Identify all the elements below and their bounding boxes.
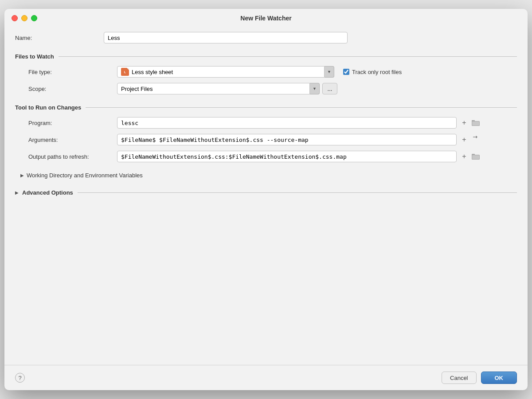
ok-button[interactable]: OK	[481, 372, 517, 384]
track-only-root-label: Track only root files	[352, 69, 402, 75]
files-to-watch-section: File type: L Less style sheet ▼ Track on…	[15, 66, 517, 94]
arguments-action-icons: + ↗	[459, 135, 481, 145]
add-program-icon[interactable]: +	[459, 118, 469, 128]
advanced-expand-icon: ▶	[15, 190, 19, 195]
output-paths-label: Output paths to refresh:	[28, 153, 117, 160]
scope-dropdown[interactable]: Project Files	[117, 83, 310, 94]
bottom-bar: ? Cancel OK	[4, 365, 528, 390]
expand-arguments-icon[interactable]: ↗	[469, 133, 482, 146]
program-row: Program: +	[28, 117, 517, 129]
output-paths-input[interactable]	[117, 151, 457, 162]
svg-rect-2	[472, 121, 479, 125]
add-output-path-icon[interactable]: +	[459, 152, 469, 161]
dialog-title: New File Watcher	[240, 15, 291, 22]
working-directory-label: Working Directory and Environment Variab…	[27, 172, 143, 179]
svg-rect-5	[472, 155, 479, 159]
tool-to-run-section: Program: +	[15, 117, 517, 162]
scope-value: Project Files	[121, 86, 306, 92]
traffic-lights	[12, 15, 37, 21]
scope-chevron[interactable]: ▼	[310, 83, 320, 94]
add-argument-icon[interactable]: +	[459, 135, 469, 145]
program-action-icons: +	[459, 118, 481, 128]
advanced-options-header: ▶ Advanced Options	[15, 189, 517, 196]
output-paths-action-icons: +	[459, 152, 481, 161]
track-only-root-checkbox[interactable]	[343, 69, 349, 75]
section-divider-2	[86, 107, 517, 108]
expand-triangle-icon: ▶	[20, 173, 24, 178]
output-paths-input-group: +	[117, 151, 481, 162]
less-file-icon: L	[121, 68, 129, 76]
track-root-row: Track only root files	[343, 69, 402, 75]
file-type-chevron[interactable]: ▼	[325, 66, 334, 78]
output-paths-row: Output paths to refresh: +	[28, 151, 517, 162]
program-label: Program:	[28, 120, 117, 126]
name-row: Name:	[15, 32, 517, 43]
files-to-watch-header: Files to Watch	[15, 53, 517, 60]
close-button[interactable]	[12, 15, 18, 21]
browse-program-icon[interactable]	[471, 118, 481, 128]
dialog-buttons: Cancel OK	[442, 372, 517, 384]
title-bar: New File Watcher	[4, 9, 528, 26]
working-directory-expand[interactable]: ▶ Working Directory and Environment Vari…	[15, 172, 517, 179]
tool-to-run-header: Tool to Run on Changes	[15, 104, 517, 111]
arguments-input-group: + ↗	[117, 134, 481, 145]
file-type-dropdown[interactable]: L Less style sheet	[117, 66, 325, 78]
arguments-input[interactable]	[117, 134, 457, 145]
section-divider-3	[78, 192, 517, 193]
program-input-group: +	[117, 117, 481, 129]
ellipsis-label: ...	[328, 86, 332, 92]
browse-output-path-icon[interactable]	[471, 152, 481, 161]
files-to-watch-title: Files to Watch	[15, 53, 54, 60]
help-button[interactable]: ?	[15, 373, 25, 383]
advanced-options-title: Advanced Options	[22, 189, 73, 196]
file-type-label: File type:	[28, 69, 117, 75]
scope-label: Scope:	[28, 86, 117, 92]
file-type-value: Less style sheet	[132, 69, 320, 75]
cancel-button[interactable]: Cancel	[442, 372, 476, 384]
chevron-down-icon: ▼	[313, 86, 317, 91]
tool-to-run-title: Tool to Run on Changes	[15, 104, 81, 111]
file-type-row: File type: L Less style sheet ▼ Track on…	[28, 66, 517, 78]
chevron-down-icon: ▼	[327, 70, 331, 74]
name-label: Name:	[15, 35, 104, 41]
scope-browse-button[interactable]: ...	[322, 83, 337, 94]
section-divider	[59, 56, 517, 57]
minimize-button[interactable]	[21, 15, 27, 21]
help-icon: ?	[18, 375, 21, 381]
arguments-row: Arguments: + ↗	[28, 134, 517, 145]
scope-row: Scope: Project Files ▼ ...	[28, 83, 517, 94]
arguments-label: Arguments:	[28, 137, 117, 143]
dialog-content: Name: Files to Watch File type: L Less s…	[4, 26, 528, 365]
program-input[interactable]	[117, 117, 457, 129]
new-file-watcher-dialog: New File Watcher Name: Files to Watch Fi…	[4, 9, 528, 390]
maximize-button[interactable]	[31, 15, 37, 21]
name-input[interactable]	[104, 32, 348, 43]
